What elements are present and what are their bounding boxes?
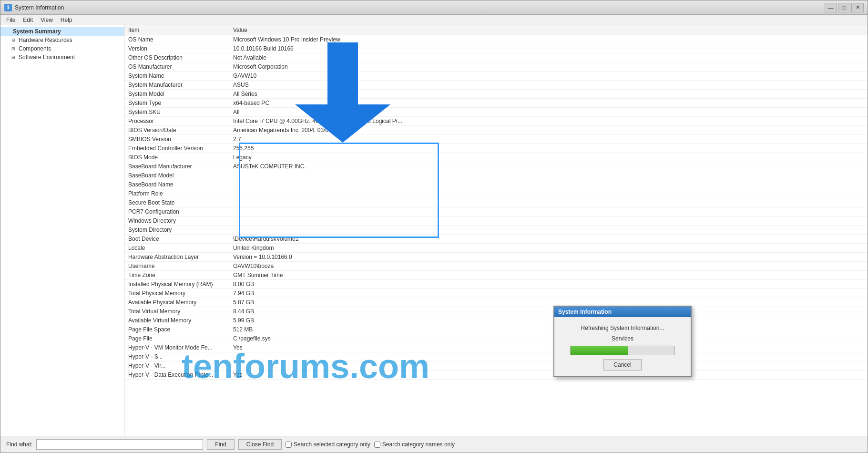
table-cell-value: Microsoft Windows 10 Pro Insider Preview [229, 35, 868, 44]
table-cell-item: Page File [124, 334, 229, 343]
table-cell-value: GMT Summer Time [229, 271, 868, 280]
table-cell-value: Yes [229, 343, 868, 352]
table-row: PCR7 Configuration [124, 207, 868, 216]
table-cell-item: Available Physical Memory [124, 298, 229, 307]
table-cell-item: Hardware Abstraction Layer [124, 253, 229, 262]
table-cell-item: Hyper-V - VM Monitor Mode Fe... [124, 343, 229, 352]
table-cell-value: \Device\HarddiskVolume1 [229, 235, 868, 244]
table-cell-value [229, 226, 868, 235]
table-row: Time ZoneGMT Summer Time [124, 271, 868, 280]
menu-help[interactable]: Help [57, 16, 76, 24]
dialog-submessage: Services [612, 335, 633, 342]
menu-file[interactable]: File [2, 16, 19, 24]
main-content: System Summary ⊞ Hardware Resources ⊞ Co… [0, 25, 868, 436]
progress-bar-fill [571, 346, 628, 355]
col-header-item: Item [124, 25, 229, 35]
search-category-checkbox[interactable] [286, 442, 292, 448]
table-cell-value [229, 198, 868, 207]
table-cell-value: Not Available [229, 53, 868, 62]
table-cell-item: Page File Space [124, 325, 229, 334]
table-cell-value [229, 216, 868, 226]
table-row: Total Physical Memory7.94 GB [124, 289, 868, 298]
table-row: System ManufacturerASUS [124, 81, 868, 90]
table-cell-value: Yes [229, 371, 868, 380]
sidebar-item-components[interactable]: ⊞ Components [0, 44, 124, 53]
table-row: BaseBoard ManufacturerASUSTeK COMPUTER I… [124, 162, 868, 171]
table-cell-value: 512 MB [229, 325, 868, 334]
find-input[interactable] [36, 439, 203, 450]
table-cell-item: Hyper-V - Data Execution Prote... [124, 371, 229, 380]
table-cell-item: Boot Device [124, 235, 229, 244]
table-row: SMBIOS Version2.7 [124, 135, 868, 144]
table-row: Hyper-V - Vir... [124, 361, 868, 371]
minimize-button[interactable]: — [825, 3, 837, 12]
table-cell-value: 8.00 GB [229, 280, 868, 289]
menu-view[interactable]: View [37, 16, 57, 24]
table-cell-item: Hyper-V - S... [124, 352, 229, 361]
title-bar: ℹ System Information — □ ✕ [0, 0, 868, 15]
table-cell-value [229, 207, 868, 216]
table-cell-item: Windows Directory [124, 216, 229, 226]
table-cell-value: 8.44 GB [229, 307, 868, 316]
table-row: OS ManufacturerMicrosoft Corporation [124, 62, 868, 72]
sidebar-item-hardware-resources[interactable]: ⊞ Hardware Resources [0, 36, 124, 44]
maximize-button[interactable]: □ [838, 3, 850, 12]
window-controls: — □ ✕ [825, 3, 864, 12]
dialog-title-text: System Information [558, 309, 612, 315]
table-cell-value: GAVW10\booza [229, 262, 868, 271]
table-row: ProcessorIntel Core i7 CPU @ 4.00GHz, 40… [124, 117, 868, 126]
menu-bar: File Edit View Help [0, 15, 868, 25]
expand-icon-components: ⊞ [10, 45, 17, 52]
table-row: System Directory [124, 226, 868, 235]
close-button[interactable]: ✕ [851, 3, 864, 12]
table-cell-item: Secure Boot State [124, 198, 229, 207]
table-cell-value: C:\pagefile.sys [229, 334, 868, 343]
sidebar: System Summary ⊞ Hardware Resources ⊞ Co… [0, 25, 124, 436]
table-row: LocaleUnited Kingdom [124, 244, 868, 253]
dialog-content: Refreshing System Information... Service… [554, 317, 691, 376]
find-options-2: Search category names only [374, 441, 455, 448]
table-cell-value: x64-based PC [229, 99, 868, 108]
table-cell-item: SMBIOS Version [124, 135, 229, 144]
dialog-cancel-button[interactable]: Cancel [603, 359, 641, 371]
table-cell-item: Platform Role [124, 189, 229, 198]
table-row: Page File Space512 MB [124, 325, 868, 334]
table-cell-value: American Megatrends Inc. 2004, 03/06/201… [229, 126, 868, 135]
table-row: BIOS ModeLegacy [124, 153, 868, 162]
table-row: Available Virtual Memory5.99 GB [124, 316, 868, 325]
table-cell-item: Locale [124, 244, 229, 253]
close-find-button[interactable]: Close Find [238, 439, 282, 450]
table-cell-value [229, 361, 868, 371]
sidebar-item-software-environment[interactable]: ⊞ Software Environment [0, 53, 124, 62]
search-names-checkbox[interactable] [374, 442, 380, 448]
table-cell-value [229, 171, 868, 180]
table-cell-item: OS Name [124, 35, 229, 44]
find-bar: Find what: Find Close Find Search select… [0, 436, 868, 453]
table-cell-value: Version = 10.0.10166.0 [229, 253, 868, 262]
expand-icon-summary [4, 28, 11, 35]
table-row: UsernameGAVW10\booza [124, 262, 868, 271]
table-cell-value: Microsoft Corporation [229, 62, 868, 72]
table-cell-item: Username [124, 262, 229, 271]
table-row: Windows Directory [124, 216, 868, 226]
table-cell-value: Legacy [229, 153, 868, 162]
table-cell-item: Total Physical Memory [124, 289, 229, 298]
table-cell-item: Available Virtual Memory [124, 316, 229, 325]
table-cell-value: United Kingdom [229, 244, 868, 253]
table-cell-item: System Directory [124, 226, 229, 235]
table-cell-item: System Type [124, 99, 229, 108]
table-cell-item: OS Manufacturer [124, 62, 229, 72]
table-cell-item: BaseBoard Manufacturer [124, 162, 229, 171]
table-row: Secure Boot State [124, 198, 868, 207]
table-row: Hardware Abstraction LayerVersion = 10.0… [124, 253, 868, 262]
table-cell-item: Installed Physical Memory (RAM) [124, 280, 229, 289]
menu-edit[interactable]: Edit [19, 16, 37, 24]
search-category-label: Search selected category only [294, 441, 370, 448]
table-row: Total Virtual Memory8.44 GB [124, 307, 868, 316]
sidebar-item-system-summary[interactable]: System Summary [0, 27, 124, 36]
content-panel: Item Value OS NameMicrosoft Windows 10 P… [124, 25, 868, 436]
dialog-title-bar: System Information [554, 307, 691, 317]
table-row: OS NameMicrosoft Windows 10 Pro Insider … [124, 35, 868, 44]
table-cell-value: All Series [229, 90, 868, 99]
find-button[interactable]: Find [207, 439, 234, 450]
